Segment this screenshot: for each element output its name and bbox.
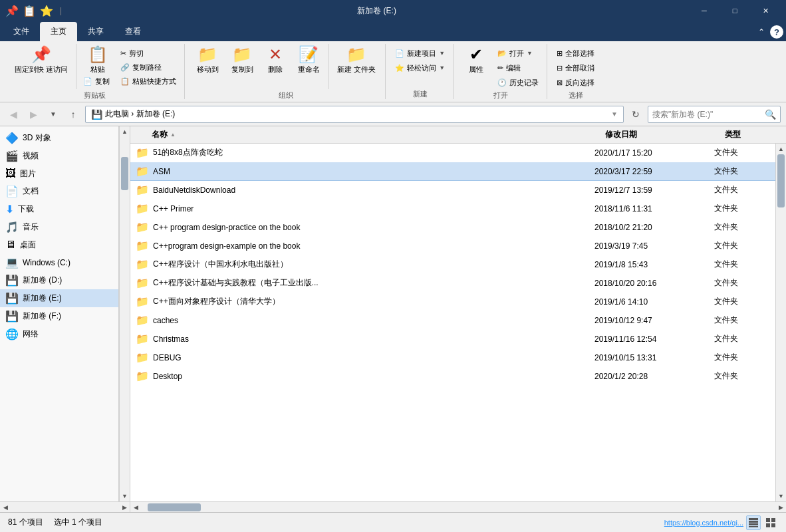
move-to-button[interactable]: 📁 移动到 bbox=[192, 44, 223, 89]
tab-home[interactable]: 主页 bbox=[40, 22, 77, 41]
sidebar-scroll-down[interactable]: ▼ bbox=[120, 491, 130, 501]
new-folder-button[interactable]: 📁 新建 文件夹 bbox=[333, 44, 380, 89]
file-row[interactable]: 📁 BaiduNetdiskDownload 2019/12/7 13:59 文… bbox=[130, 181, 775, 200]
file-row[interactable]: 📁 caches 2019/10/12 9:47 文件夹 bbox=[130, 311, 775, 330]
sidebar-item-video[interactable]: 🎬 视频 bbox=[0, 147, 118, 165]
svg-rect-4 bbox=[766, 518, 770, 522]
col-date[interactable]: 修改日期 bbox=[600, 129, 720, 140]
sidebar-label-windowsc: Windows (C:) bbox=[23, 258, 70, 267]
file-row[interactable]: 📁 C++program design-example on the book … bbox=[130, 237, 775, 255]
sidebar-item-drivef[interactable]: 💾 新加卷 (F:) bbox=[0, 307, 118, 325]
invert-select-button[interactable]: ⊠ 反向选择 bbox=[554, 76, 597, 89]
sidebar-item-drivee[interactable]: 💾 新加卷 (E:) bbox=[0, 289, 118, 307]
back-button[interactable]: ◀ bbox=[5, 106, 21, 122]
file-row-type: 文件夹 bbox=[709, 370, 775, 382]
copy-button[interactable]: 📄 复制 bbox=[80, 74, 115, 88]
file-row[interactable]: 📁 C++程序设计（中国水利水电出版社） 2019/1/8 15:43 文件夹 bbox=[130, 255, 775, 274]
tab-share[interactable]: 共享 bbox=[77, 22, 114, 41]
file-list: 📁 51的8x8点阵贪吃蛇 2020/1/17 15:20 文件夹 📁 ASM … bbox=[130, 144, 775, 501]
sidebar-scroll-up[interactable]: ▲ bbox=[120, 126, 130, 137]
sidebar-item-3dobjects[interactable]: 🔷 3D 对象 bbox=[0, 129, 118, 147]
search-input[interactable] bbox=[652, 110, 765, 119]
properties-button[interactable]: ✔ 属性 bbox=[460, 44, 492, 89]
folder-icon: 📁 bbox=[136, 258, 149, 271]
address-chevron-icon[interactable]: ▼ bbox=[611, 110, 618, 118]
ribbon-collapse-icon[interactable]: ⌃ bbox=[758, 27, 765, 37]
col-type[interactable]: 类型 bbox=[720, 129, 786, 140]
maximize-button[interactable]: □ bbox=[720, 0, 750, 21]
forward-button[interactable]: ▶ bbox=[25, 106, 41, 122]
open-button[interactable]: 📂 打开 ▼ bbox=[495, 47, 541, 60]
statusbar-right: https://blog.csdn.net/qi... bbox=[664, 515, 778, 530]
minimize-button[interactable]: ─ bbox=[689, 0, 720, 21]
file-row[interactable]: 📁 C++ Primer 2018/11/6 11:31 文件夹 bbox=[130, 200, 775, 218]
file-row[interactable]: 📁 C++程序设计基础与实践教程（电子工业出版... 2018/10/20 20… bbox=[130, 274, 775, 293]
close-button[interactable]: ✕ bbox=[750, 0, 781, 21]
address-box[interactable]: 💾 此电脑 › 新加卷 (E:) ▼ bbox=[85, 106, 624, 123]
sidebar-hleft[interactable]: ◀ bbox=[0, 502, 11, 512]
file-row[interactable]: 📁 DEBUG 2019/10/15 13:31 文件夹 bbox=[130, 348, 775, 367]
edit-button[interactable]: ✏ 编辑 bbox=[495, 61, 541, 74]
hs-left[interactable]: ◀ bbox=[130, 502, 141, 513]
view-large-icons-button[interactable] bbox=[763, 515, 778, 530]
sidebar-item-desktop[interactable]: 🖥 桌面 bbox=[0, 236, 118, 253]
address-path: 此电脑 › 新加卷 (E:) bbox=[105, 108, 175, 120]
file-row-type: 文件夹 bbox=[709, 221, 775, 233]
delete-button[interactable]: ✕ 删除 bbox=[261, 44, 290, 89]
select-none-button[interactable]: ⊟ 全部取消 bbox=[554, 61, 597, 74]
file-scroll-track bbox=[776, 154, 786, 491]
easy-access-icon: ⭐ bbox=[395, 64, 404, 72]
svg-rect-0 bbox=[749, 518, 758, 520]
paste-button[interactable]: 📋 粘贴 bbox=[80, 44, 115, 73]
properties-label: 属性 bbox=[469, 65, 483, 74]
up-button[interactable]: ↑ bbox=[65, 106, 81, 122]
new-item-button[interactable]: 📄 新建项目 ▼ bbox=[392, 47, 448, 60]
sidebar-item-documents[interactable]: 📄 文档 bbox=[0, 182, 118, 200]
copy-path-button[interactable]: 🔗 复制路径 bbox=[118, 61, 179, 74]
easy-access-button[interactable]: ⭐ 轻松访问 ▼ bbox=[392, 61, 448, 74]
view-details-button[interactable] bbox=[746, 515, 761, 530]
ribbon-content: 📌 固定到快 速访问 📋 粘贴 📄 复制 ✂ 剪切 bbox=[0, 41, 786, 102]
file-row-type: 文件夹 bbox=[709, 203, 775, 214]
copy-to-icon: 📁 bbox=[232, 45, 252, 64]
file-row-type: 文件夹 bbox=[709, 333, 775, 344]
help-icon[interactable]: ? bbox=[770, 25, 783, 39]
select-all-button[interactable]: ⊞ 全部选择 bbox=[554, 47, 597, 60]
cut-button[interactable]: ✂ 剪切 bbox=[118, 47, 179, 60]
folder-icon: 📁 bbox=[136, 314, 149, 327]
ribbon-group-organize: 📁 移动到 📁 复制到 ✕ 删除 📝 重命名 📁 新建 文件夹 组织 bbox=[186, 44, 386, 99]
file-row-type: 文件夹 bbox=[709, 259, 775, 270]
desktop-icon: 🖥 bbox=[5, 239, 16, 251]
sidebar-item-pictures[interactable]: 🖼 图片 bbox=[0, 165, 118, 182]
tab-view[interactable]: 查看 bbox=[114, 22, 152, 41]
refresh-button[interactable]: ↻ bbox=[628, 106, 644, 122]
file-row-date: 2018/11/6 11:31 bbox=[589, 204, 709, 213]
sidebar-hright[interactable]: ▶ bbox=[119, 502, 130, 512]
hs-right[interactable]: ▶ bbox=[775, 502, 786, 513]
sidebar-item-music[interactable]: 🎵 音乐 bbox=[0, 218, 118, 236]
tab-file[interactable]: 文件 bbox=[3, 22, 40, 41]
rename-button[interactable]: 📝 重命名 bbox=[293, 44, 325, 89]
sidebar-item-windowsc[interactable]: 💻 Windows (C:) bbox=[0, 253, 118, 271]
paste-shortcut-button[interactable]: 📋 粘贴快捷方式 bbox=[118, 74, 179, 88]
file-row[interactable]: 📁 ASM 2020/3/17 22:59 文件夹 bbox=[130, 162, 775, 181]
file-row[interactable]: 📁 Desktop 2020/1/2 20:28 文件夹 bbox=[130, 367, 775, 386]
copy-to-button[interactable]: 📁 复制到 bbox=[226, 44, 258, 89]
sidebar-item-downloads[interactable]: ⬇ 下载 bbox=[0, 200, 118, 218]
col-name[interactable]: 名称 ▲ bbox=[130, 129, 600, 140]
file-scroll-up[interactable]: ▲ bbox=[776, 144, 786, 154]
statusbar-link[interactable]: https://blog.csdn.net/qi... bbox=[664, 519, 743, 527]
file-row[interactable]: 📁 C++面向对象程序设计（清华大学） 2019/1/6 14:10 文件夹 bbox=[130, 293, 775, 311]
downloads-icon: ⬇ bbox=[5, 203, 14, 215]
sidebar-label-drived: 新加卷 (D:) bbox=[23, 275, 62, 286]
pin-to-quickaccess-button[interactable]: 📌 固定到快 速访问 bbox=[11, 44, 72, 89]
file-row-type: 文件夹 bbox=[709, 315, 775, 326]
history-button[interactable]: 🕐 历史记录 bbox=[495, 76, 541, 89]
sidebar-item-network[interactable]: 🌐 网络 bbox=[0, 325, 118, 343]
recent-button[interactable]: ▼ bbox=[45, 106, 61, 122]
sidebar-item-drived[interactable]: 💾 新加卷 (D:) bbox=[0, 271, 118, 289]
file-row[interactable]: 📁 Christmas 2019/11/16 12:54 文件夹 bbox=[130, 330, 775, 348]
file-scroll-down[interactable]: ▼ bbox=[776, 491, 786, 501]
file-row[interactable]: 📁 51的8x8点阵贪吃蛇 2020/1/17 15:20 文件夹 bbox=[130, 144, 775, 162]
file-row[interactable]: 📁 C++ program design-practice on the boo… bbox=[130, 218, 775, 237]
